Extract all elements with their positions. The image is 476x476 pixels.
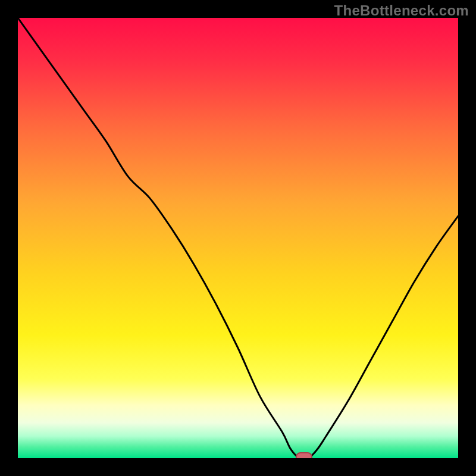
bottleneck-curve bbox=[18, 18, 458, 458]
plot-area bbox=[18, 18, 458, 458]
watermark-text: TheBottleneck.com bbox=[334, 2, 469, 19]
minimum-marker bbox=[296, 452, 312, 458]
bottleneck-chart: { "watermark": "TheBottleneck.com", "cha… bbox=[0, 0, 476, 476]
